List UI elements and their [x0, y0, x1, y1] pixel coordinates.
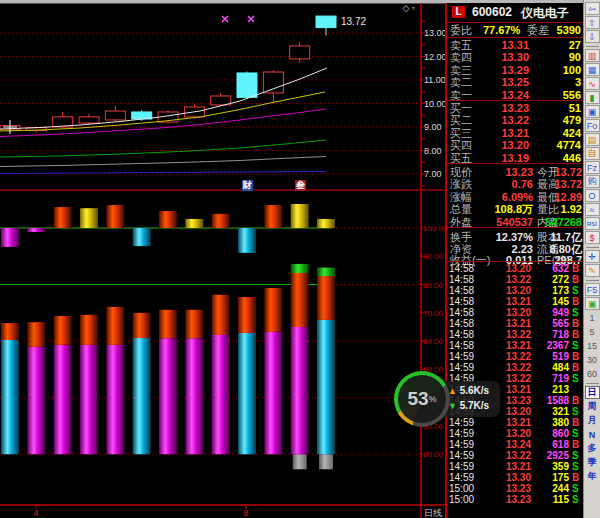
image-icon[interactable]: ▣	[585, 297, 600, 310]
tick-side: S	[572, 461, 582, 472]
tick-side: S	[572, 483, 582, 494]
volume-icon[interactable]: ▮	[585, 91, 600, 104]
dollar-icon[interactable]: $	[585, 231, 600, 244]
tick-row: 14:59 13.30 175 B	[447, 472, 583, 483]
tick-row: 14:58 13.20 949 S	[447, 307, 583, 318]
period-button-1[interactable]: 1	[585, 311, 600, 324]
indicator-badge-san[interactable]: 叁	[295, 180, 306, 191]
weibi-row: 委比 77.67% 委差 5390	[447, 24, 583, 36]
divider	[447, 163, 583, 164]
order-level-label: 买二	[450, 114, 472, 126]
info-value: 108.8万	[487, 203, 533, 215]
tick-row: 14:58 13.22 272 B	[447, 274, 583, 285]
period-button-季[interactable]: 季	[585, 456, 600, 469]
buy-row-2[interactable]: 买二 13.22 479	[447, 114, 583, 126]
svg-text:11.00: 11.00	[424, 75, 445, 85]
tick-row: 14:59 13.22 484 B	[447, 362, 583, 373]
svg-text:100.00: 100.00	[423, 224, 445, 233]
period-button-多[interactable]: 多	[585, 442, 600, 455]
tick-volume: 719	[531, 373, 569, 384]
pencil-icon[interactable]: ✎	[585, 264, 600, 277]
tick-price: 13.20	[481, 307, 531, 318]
sell-row-2[interactable]: 卖四 13.30 90	[447, 51, 583, 63]
move-icon[interactable]: ✛	[585, 250, 600, 263]
divider	[447, 227, 583, 228]
tick-side: B	[572, 274, 582, 285]
sell-row-4[interactable]: 卖二 13.25 3	[447, 76, 583, 88]
trend-icon[interactable]: ∿	[585, 77, 600, 90]
tick-row: 14:58 13.21 145 B	[447, 296, 583, 307]
progress-circle-overlay[interactable]: 53%	[394, 371, 450, 427]
tick-time: 14:58	[449, 318, 474, 329]
period-button-5[interactable]: 5	[585, 325, 600, 338]
f5-icon[interactable]: F5	[585, 283, 600, 296]
order-price: 13.31	[487, 39, 529, 51]
order-level-label: 买三	[450, 127, 472, 139]
f12-icon[interactable]: Fz	[585, 161, 600, 174]
tick-side: B	[572, 472, 582, 483]
tick-side: S	[572, 406, 582, 417]
o-icon[interactable]: O	[585, 189, 600, 202]
network-speed-pill[interactable]: ▲ 5.6K/s ▼ 5.7K/s	[444, 381, 500, 417]
stock-code[interactable]: 600602	[472, 5, 512, 19]
buy-row-5[interactable]: 买五 13.19 446	[447, 152, 583, 164]
tick-side: B	[572, 351, 582, 362]
tick-row: 14:59 13.20 860 S	[447, 428, 583, 439]
period-button-15[interactable]: 15	[585, 339, 600, 352]
rsi-icon[interactable]: RSI	[585, 217, 600, 230]
info-value: 1.92	[543, 203, 582, 215]
svg-text:4: 4	[33, 508, 38, 518]
period-button-30[interactable]: 30	[585, 353, 600, 366]
sell-row-5[interactable]: 卖一 13.24 556	[447, 89, 583, 101]
period-button-月[interactable]: 月	[585, 414, 600, 427]
tick-row: 14:59 13.21 359 S	[447, 461, 583, 472]
tick-volume: 632	[531, 263, 569, 274]
price-chart[interactable]: 13.0012.0011.0010.009.008.007.00100.0090…	[0, 0, 445, 518]
down-icon[interactable]: ⇩	[585, 30, 600, 43]
period-button-日[interactable]: 日	[585, 386, 600, 399]
stock-title-row: L 600602 仪电电子	[447, 5, 583, 20]
up-icon[interactable]: ⇧	[585, 16, 600, 29]
window-icon[interactable]: ▣	[585, 105, 600, 118]
tick-price: 13.21	[481, 318, 531, 329]
order-price: 13.20	[487, 139, 529, 151]
buy-row-1[interactable]: 买一 13.23 51	[447, 102, 583, 114]
order-volume: 90	[539, 51, 581, 63]
tick-side: B	[572, 417, 582, 428]
period-button-N[interactable]: N	[585, 428, 600, 441]
tick-volume: 244	[531, 483, 569, 494]
zixuan-icon[interactable]: 自	[585, 147, 600, 160]
trade-icon[interactable]: 购	[585, 175, 600, 188]
period-button-60[interactable]: 60	[585, 367, 600, 380]
period-button-年[interactable]: 年	[585, 470, 600, 483]
wave-icon[interactable]: ≈	[585, 203, 600, 216]
sell-row-1[interactable]: 卖五 13.31 27	[447, 39, 583, 51]
toolbar-divider	[586, 280, 599, 281]
stock-name[interactable]: 仪电电子	[521, 5, 569, 22]
buy-row-3[interactable]: 买三 13.21 424	[447, 127, 583, 139]
tick-side: B	[572, 263, 582, 274]
report-icon[interactable]: ▤	[585, 133, 600, 146]
tick-volume: 718	[531, 329, 569, 340]
info-label: 换手	[450, 231, 472, 243]
info-value: 0.76	[487, 178, 533, 190]
period-button-周[interactable]: 周	[585, 400, 600, 413]
tick-time: 14:58	[449, 340, 474, 351]
order-price: 13.22	[487, 114, 529, 126]
kline-icon[interactable]: ▥	[585, 49, 600, 62]
buy-row-4[interactable]: 买四 13.20 4774	[447, 139, 583, 151]
indicator-badge-cai[interactable]: 財	[242, 180, 253, 191]
tick-price: 13.21	[481, 296, 531, 307]
tick-row: 14:59 13.22 519 B	[447, 351, 583, 362]
tick-time: 14:58	[449, 296, 474, 307]
back-icon[interactable]: ⇦	[585, 2, 600, 15]
order-price: 13.23	[487, 102, 529, 114]
tick-volume: 115	[531, 494, 569, 505]
grid-icon[interactable]: ▦	[585, 63, 600, 76]
tick-row: 14:59 13.24 618 B	[447, 439, 583, 450]
f10-icon[interactable]: Fo	[585, 119, 600, 132]
sell-row-3[interactable]: 卖三 13.29 100	[447, 64, 583, 76]
tick-time: 14:59	[449, 362, 474, 373]
tick-price: 13.22	[481, 450, 531, 461]
tick-side: B	[572, 362, 582, 373]
